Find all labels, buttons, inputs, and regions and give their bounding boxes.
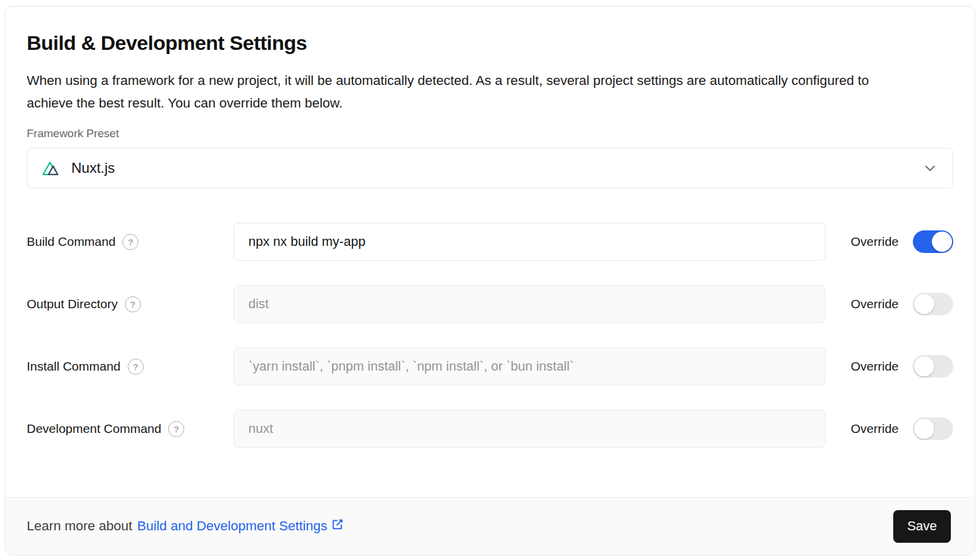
override-label: Override (850, 297, 899, 311)
framework-preset-label: Framework Preset (27, 126, 953, 140)
install-command-override-toggle[interactable] (913, 355, 953, 378)
toggle-knob (932, 232, 952, 252)
toggle-knob (914, 294, 934, 314)
output-directory-row: Output Directory ? Override (27, 285, 953, 323)
card-footer: Learn more about Build and Development S… (5, 497, 975, 555)
build-command-override-toggle[interactable] (913, 230, 953, 253)
help-icon[interactable]: ? (168, 421, 184, 437)
external-link-icon (331, 518, 344, 534)
build-command-input[interactable] (234, 223, 825, 261)
nuxt-logo-icon (42, 160, 63, 176)
output-directory-input (234, 285, 825, 323)
install-command-label: Install Command (27, 359, 121, 374)
override-label: Override (850, 359, 899, 374)
development-command-row: Development Command ? Override (27, 410, 953, 448)
override-label: Override (850, 235, 899, 249)
development-command-input (234, 410, 825, 448)
settings-rows: Build Command ? Override Output Director… (27, 223, 953, 448)
help-icon[interactable]: ? (125, 296, 141, 312)
card-description: When using a framework for a new project… (27, 69, 906, 115)
output-directory-override-toggle[interactable] (913, 293, 953, 315)
help-icon[interactable]: ? (122, 234, 138, 250)
card-body: Build & Development Settings When using … (5, 7, 975, 448)
override-label: Override (850, 422, 899, 436)
build-command-label: Build Command (27, 235, 115, 249)
toggle-knob (914, 419, 934, 439)
page-title: Build & Development Settings (27, 30, 953, 55)
development-command-label: Development Command (27, 422, 161, 436)
help-icon[interactable]: ? (128, 359, 144, 375)
framework-preset-select[interactable]: Nuxt.js (27, 148, 953, 188)
install-command-input (234, 347, 825, 385)
build-dev-settings-card: Build & Development Settings When using … (5, 6, 975, 555)
toggle-knob (914, 356, 934, 377)
chevron-down-icon (923, 161, 937, 175)
learn-more-text: Learn more about Build and Development S… (27, 518, 344, 534)
output-directory-label: Output Directory (27, 297, 118, 311)
install-command-row: Install Command ? Override (27, 347, 953, 385)
build-dev-settings-link[interactable]: Build and Development Settings (137, 518, 344, 534)
save-button[interactable]: Save (893, 510, 951, 543)
framework-preset-value: Nuxt.js (71, 160, 115, 176)
development-command-override-toggle[interactable] (913, 417, 953, 440)
build-command-row: Build Command ? Override (27, 223, 953, 261)
